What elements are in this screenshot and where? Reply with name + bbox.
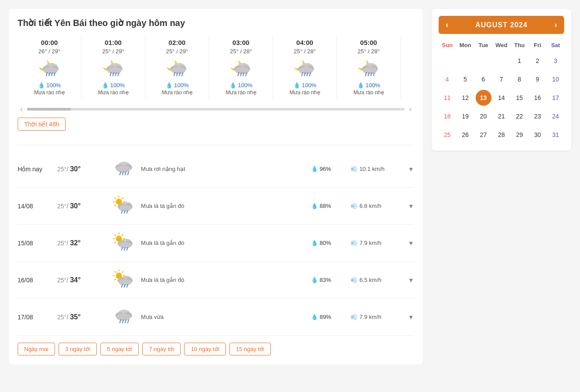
calendar-empty-cell — [494, 53, 510, 69]
hourly-time: 02:00 — [150, 39, 204, 46]
temp-high: 30° — [70, 202, 81, 210]
calendar-day[interactable]: 16 — [530, 90, 546, 106]
hourly-section: 00:00 26° / 29° 🌙 💧 100% Mưa rào nhẹ 01:… — [18, 35, 414, 99]
calendar-day[interactable]: 4 — [440, 71, 455, 87]
daily-date: 17/08 — [18, 314, 53, 321]
daily-rain: 💧 96% — [311, 166, 346, 172]
calendar-day[interactable]: 9 — [530, 71, 546, 87]
temp-high: 32° — [70, 239, 81, 247]
daily-temp: 25°/ 30° — [57, 202, 106, 210]
svg-line-86 — [115, 242, 116, 243]
calendar-day[interactable]: 7 — [494, 71, 510, 87]
hourly-item: 05:00 25° / 28° 🌙 💧 100% Mưa rào nhẹ — [337, 35, 401, 99]
hourly-temp: 25° / 28° — [214, 48, 268, 55]
chevron-down-icon[interactable]: ▼ — [408, 240, 414, 247]
chevron-down-icon[interactable]: ▼ — [408, 277, 414, 284]
calendar-day-header: Wed — [493, 39, 510, 51]
temp-low: 25°/ — [57, 240, 68, 247]
daily-rain: 💧 83% — [311, 277, 346, 283]
calendar-day[interactable]: 21 — [494, 108, 510, 124]
daily-desc: Mưa lá tà gần đó — [141, 240, 307, 246]
scroll-right-arrow[interactable]: › — [406, 104, 414, 114]
hourly-desc: Mưa rào nhẹ — [22, 89, 77, 96]
calendar-day[interactable]: 18 — [440, 108, 455, 124]
hourly-item: 03:00 25° / 28° 🌙 💧 100% Mưa rào nhẹ — [209, 35, 273, 99]
daily-row: 17/08 25°/ 35° Mưa vừa 💧 89% 💨 7.9 km/h … — [18, 299, 414, 336]
calendar-day[interactable]: 25 — [440, 127, 455, 143]
filter-btn[interactable]: Ngày mai — [18, 343, 55, 355]
chevron-down-icon[interactable]: ▼ — [408, 203, 414, 210]
calendar-day[interactable]: 2 — [530, 53, 546, 69]
calendar-day[interactable]: 15 — [512, 90, 528, 106]
calendar-day[interactable]: 11 — [440, 90, 455, 106]
filter-btn[interactable]: 7 ngày tới — [142, 343, 181, 355]
hourly-desc: Mưa rào nhẹ — [341, 89, 396, 96]
calendar-day[interactable]: 13 — [476, 90, 491, 106]
daily-rain: 💧 80% — [311, 240, 346, 246]
scroll-bar-container: ‹ › — [18, 104, 414, 114]
daily-weather-icon — [110, 194, 137, 218]
daily-weather-icon — [110, 268, 137, 292]
filter-btn[interactable]: 10 ngày tới — [184, 343, 225, 355]
calendar-day[interactable]: 14 — [494, 90, 510, 106]
wind-icon: 💨 — [351, 166, 358, 172]
calendar-day[interactable]: 22 — [512, 108, 528, 124]
temp-low: 25°/ — [57, 166, 68, 173]
daily-rain: 💧 88% — [311, 203, 346, 209]
svg-point-49 — [363, 67, 377, 74]
scroll-bar[interactable] — [27, 108, 404, 111]
calendar-day[interactable]: 30 — [530, 127, 546, 143]
svg-point-22 — [171, 67, 185, 74]
daily-date: 16/08 — [18, 277, 53, 284]
calendar-empty-cell — [476, 53, 491, 69]
calendar-day[interactable]: 3 — [548, 53, 564, 69]
calendar-day[interactable]: 27 — [476, 127, 491, 143]
filter-btn[interactable]: 3 ngày tới — [59, 343, 97, 355]
right-panel: ‹ AUGUST 2024 › SunMonTueWedThuFriSat123… — [432, 9, 571, 364]
chevron-down-icon[interactable]: ▼ — [408, 166, 414, 173]
daily-wind: 💨 6.5 km/h — [351, 277, 403, 283]
calendar-day[interactable]: 5 — [458, 71, 473, 87]
daily-weather-icon — [110, 305, 137, 329]
temp-low: 25°/ — [57, 314, 68, 321]
calendar-day[interactable]: 1 — [512, 53, 528, 69]
calendar-day[interactable]: 28 — [494, 127, 510, 143]
calendar-day[interactable]: 12 — [458, 90, 473, 106]
calendar-day[interactable]: 10 — [548, 71, 564, 87]
filter-btn[interactable]: 15 ngày tới — [229, 343, 271, 355]
hourly-desc: Mưa rào nhẹ — [214, 89, 268, 96]
btn-48h[interactable]: Thời tiết 48h — [18, 118, 66, 131]
wind-icon: 💨 — [351, 240, 358, 246]
filter-buttons: Ngày mai3 ngày tới5 ngày tới7 ngày tới10… — [18, 343, 414, 355]
hourly-temp: 25° / 28° — [341, 48, 396, 55]
filter-btn[interactable]: 5 ngày tới — [100, 343, 139, 355]
daily-row: Hôm nay 25°/ 30° Mưa rơi nặng hạt 💧 96% … — [18, 151, 414, 188]
scroll-left-arrow[interactable]: ‹ — [18, 104, 25, 114]
chevron-down-icon[interactable]: ▼ — [408, 314, 414, 321]
daily-desc: Mưa vừa — [141, 314, 307, 320]
calendar-prev-btn[interactable]: ‹ — [446, 20, 448, 30]
hourly-desc: Mưa rào nhẹ — [150, 89, 204, 96]
calendar-day[interactable]: 17 — [548, 90, 564, 106]
svg-line-58 — [120, 172, 121, 175]
svg-line-114 — [120, 320, 121, 323]
calendar-day[interactable]: 23 — [530, 108, 546, 124]
calendar-day[interactable]: 8 — [512, 71, 528, 87]
calendar-day[interactable]: 31 — [548, 127, 564, 143]
daily-weather-icon — [110, 231, 137, 255]
calendar-day[interactable]: 6 — [476, 71, 491, 87]
hourly-row: 00:00 26° / 29° 🌙 💧 100% Mưa rào nhẹ 01:… — [18, 35, 414, 99]
hourly-desc: Mưa rào nhẹ — [277, 89, 332, 96]
temp-low: 25°/ — [57, 203, 68, 210]
calendar-day[interactable]: 29 — [512, 127, 528, 143]
calendar-day[interactable]: 26 — [458, 127, 473, 143]
calendar-day[interactable]: 24 — [548, 108, 564, 124]
daily-row: 14/08 25°/ 30° Mưa lá tà gần đó — [18, 188, 414, 225]
hourly-scroll-wrapper[interactable]: 00:00 26° / 29° 🌙 💧 100% Mưa rào nhẹ 01:… — [18, 35, 414, 99]
temp-high: 34° — [70, 276, 81, 284]
svg-line-101 — [122, 271, 123, 273]
calendar-day[interactable]: 20 — [476, 108, 491, 124]
calendar-day[interactable]: 19 — [458, 108, 473, 124]
calendar-next-btn[interactable]: › — [554, 20, 557, 30]
hourly-rain: 💧 100% — [86, 82, 140, 89]
